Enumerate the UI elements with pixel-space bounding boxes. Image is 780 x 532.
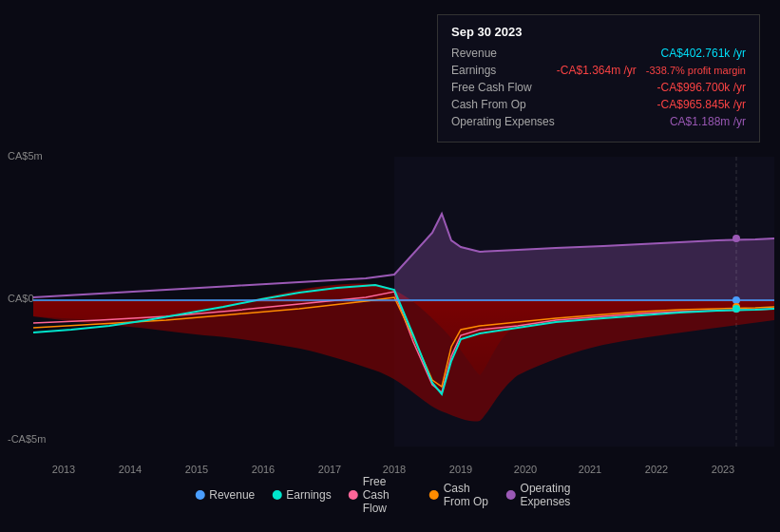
profit-margin-text: -338.7% profit margin <box>646 65 746 76</box>
tooltip-row-value: -CA$1.364m /yr <box>557 64 637 77</box>
x-label-2020: 2020 <box>514 464 537 475</box>
tooltip-row: Free Cash Flow-CA$996.700k /yr <box>451 81 746 94</box>
x-label-2017: 2017 <box>318 464 341 475</box>
legend-dot <box>349 490 358 500</box>
x-label-2022: 2022 <box>645 464 668 475</box>
chart-area <box>33 157 774 446</box>
legend-item: Cash From Op <box>429 482 489 508</box>
tooltip-row-label: Free Cash Flow <box>451 81 556 94</box>
legend-item: Revenue <box>195 488 255 502</box>
tooltip-row-value: CA$402.761k /yr <box>661 47 746 60</box>
legend-label: Cash From Op <box>444 482 489 508</box>
legend-label: Earnings <box>286 488 331 502</box>
svg-point-9 <box>732 305 740 313</box>
x-label-2018: 2018 <box>383 464 406 475</box>
tooltip-row-value: -CA$965.845k /yr <box>657 98 746 111</box>
legend-label: Revenue <box>209 488 255 502</box>
tooltip-row: RevenueCA$402.761k /yr <box>451 47 746 60</box>
tooltip-row-label: Earnings <box>451 64 556 77</box>
x-label-2014: 2014 <box>119 464 142 475</box>
tooltip-rows: RevenueCA$402.761k /yrEarnings-CA$1.364m… <box>451 47 746 128</box>
x-label-2021: 2021 <box>579 464 601 475</box>
legend-item: Free Cash Flow <box>349 475 412 515</box>
svg-point-5 <box>732 235 740 242</box>
legend-dot <box>506 490 516 500</box>
x-label-2019: 2019 <box>449 464 472 475</box>
tooltip-box: Sep 30 2023 RevenueCA$402.761k /yrEarnin… <box>437 14 760 142</box>
tooltip-row: Earnings-CA$1.364m /yr-338.7% profit mar… <box>451 64 746 77</box>
legend-dot <box>429 490 439 500</box>
tooltip-row-label: Operating Expenses <box>451 115 556 128</box>
legend-item: Operating Expenses <box>506 482 585 508</box>
tooltip-row-label: Cash From Op <box>451 98 556 111</box>
legend-dot <box>195 490 204 500</box>
tooltip-row: Operating ExpensesCA$1.188m /yr <box>451 115 746 128</box>
legend-item: Earnings <box>272 488 331 502</box>
tooltip-row: Cash From Op-CA$965.845k /yr <box>451 98 746 111</box>
tooltip-row-label: Revenue <box>451 47 556 60</box>
x-label-2013: 2013 <box>52 464 75 475</box>
tooltip-row-value: -CA$996.700k /yr <box>657 81 746 94</box>
tooltip-row-value: CA$1.188m /yr <box>670 115 746 128</box>
legend-label: Free Cash Flow <box>363 475 412 515</box>
x-label-2015: 2015 <box>185 464 208 475</box>
chart-container: Sep 30 2023 RevenueCA$402.761k /yrEarnin… <box>0 0 780 532</box>
legend-label: Operating Expenses <box>521 482 585 508</box>
svg-point-6 <box>732 296 740 304</box>
x-label-2023: 2023 <box>712 464 734 475</box>
x-label-2016: 2016 <box>252 464 275 475</box>
legend-dot <box>272 490 281 500</box>
tooltip-date: Sep 30 2023 <box>451 25 746 39</box>
y-label-zero: CA$0 <box>8 293 34 304</box>
chart-legend: RevenueEarningsFree Cash FlowCash From O… <box>195 475 585 515</box>
